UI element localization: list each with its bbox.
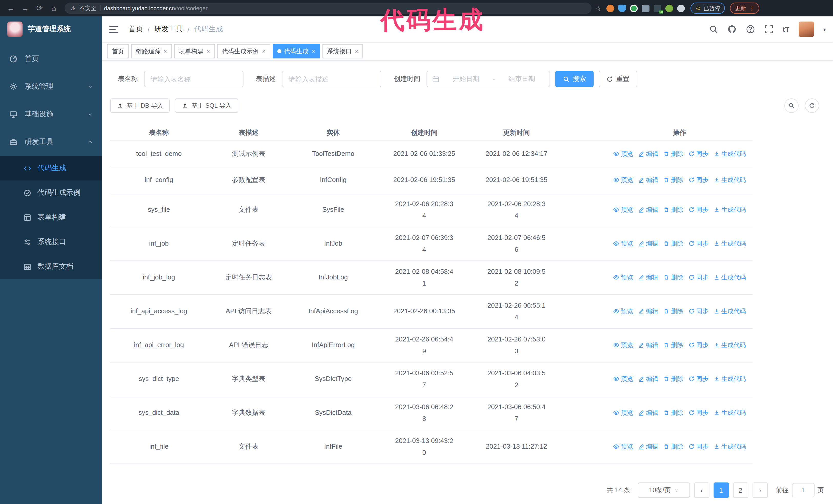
preview-link[interactable]: 预览 (613, 306, 633, 317)
generate-code-link[interactable]: 生成代码 (714, 272, 746, 283)
delete-link[interactable]: 删除 (663, 306, 683, 317)
sidebar-item-db-docs[interactable]: 数据库文档 (0, 254, 102, 279)
edit-link[interactable]: 编辑 (638, 175, 658, 185)
generate-code-link[interactable]: 生成代码 (714, 306, 746, 317)
sync-link[interactable]: 同步 (688, 306, 709, 317)
preview-link[interactable]: 预览 (613, 272, 633, 283)
delete-link[interactable]: 删除 (663, 239, 683, 249)
extensions-puzzle-icon[interactable] (677, 4, 685, 12)
sidebar-item-infrastructure[interactable]: 基础设施 (0, 100, 102, 128)
delete-link[interactable]: 删除 (663, 340, 683, 351)
browser-home-icon[interactable]: ⌂ (47, 0, 61, 17)
preview-link[interactable]: 预览 (613, 374, 633, 385)
edit-link[interactable]: 编辑 (638, 149, 658, 159)
edit-link[interactable]: 编辑 (638, 239, 658, 249)
preview-link[interactable]: 预览 (613, 205, 633, 215)
generate-code-link[interactable]: 生成代码 (714, 442, 746, 452)
extension-icon[interactable] (606, 4, 614, 12)
preview-link[interactable]: 预览 (613, 175, 633, 185)
delete-link[interactable]: 删除 (663, 408, 683, 418)
sidebar-item-home[interactable]: 首页 (0, 45, 102, 73)
tab-home[interactable]: 首页× (107, 44, 129, 58)
generate-code-link[interactable]: 生成代码 (714, 374, 746, 385)
sidebar-item-dev-tools[interactable]: 研发工具 (0, 128, 102, 156)
edit-link[interactable]: 编辑 (638, 340, 658, 351)
preview-link[interactable]: 预览 (613, 408, 633, 418)
font-size-icon[interactable]: tT (783, 25, 789, 33)
edit-link[interactable]: 编辑 (638, 408, 658, 418)
browser-menu-icon[interactable]: ⋮ (749, 5, 755, 11)
close-icon[interactable]: × (262, 48, 265, 55)
preview-link[interactable]: 预览 (613, 340, 633, 351)
sidebar-item-codegen-example[interactable]: 代码生成示例 (0, 181, 102, 205)
prev-page-button[interactable]: ‹ (694, 482, 709, 498)
import-sql-button[interactable]: 基于 SQL 导入 (175, 98, 238, 113)
address-bar[interactable]: ⚠ 不安全 dashboard.yudao.iocoder.cn/tool/co… (65, 3, 592, 14)
tab-form-builder[interactable]: 表单构建× (174, 44, 215, 58)
preview-link[interactable]: 预览 (613, 239, 633, 249)
sync-link[interactable]: 同步 (688, 205, 709, 215)
search-icon[interactable] (709, 25, 718, 34)
extension-icon[interactable] (630, 4, 638, 12)
user-avatar[interactable] (799, 22, 814, 37)
extension-icon[interactable]: on (653, 4, 661, 12)
next-page-button[interactable]: › (752, 482, 768, 498)
generate-code-link[interactable]: 生成代码 (714, 408, 746, 418)
generate-code-link[interactable]: 生成代码 (714, 205, 746, 215)
close-icon[interactable]: × (164, 48, 167, 55)
delete-link[interactable]: 删除 (663, 374, 683, 385)
tab-system-api[interactable]: 系统接口× (323, 44, 363, 58)
preview-link[interactable]: 预览 (613, 149, 633, 159)
edit-link[interactable]: 编辑 (638, 306, 658, 317)
tab-tracing[interactable]: 链路追踪× (131, 44, 172, 58)
sidebar-item-system[interactable]: 系统管理 (0, 73, 102, 100)
generate-code-link[interactable]: 生成代码 (714, 340, 746, 351)
close-icon[interactable]: × (355, 48, 358, 55)
generate-code-link[interactable]: 生成代码 (714, 149, 746, 159)
table-name-input[interactable] (144, 71, 243, 87)
table-desc-input[interactable] (282, 71, 381, 87)
generate-code-link[interactable]: 生成代码 (714, 239, 746, 249)
delete-link[interactable]: 删除 (663, 175, 683, 185)
sync-link[interactable]: 同步 (688, 149, 709, 159)
fullscreen-icon[interactable] (764, 25, 774, 34)
edit-link[interactable]: 编辑 (638, 442, 658, 452)
help-icon[interactable] (746, 25, 755, 34)
close-icon[interactable]: × (312, 48, 315, 55)
reset-button[interactable]: 重置 (599, 71, 637, 87)
sync-link[interactable]: 同步 (688, 408, 709, 418)
breadcrumb-home[interactable]: 首页 (129, 25, 143, 34)
close-icon[interactable]: × (207, 48, 210, 55)
sidebar-item-system-api[interactable]: 系统接口 (0, 230, 102, 254)
sidebar-toggle-icon[interactable] (109, 26, 118, 33)
goto-page-input[interactable] (792, 483, 814, 497)
bookmark-star-icon[interactable]: ☆ (593, 4, 604, 12)
extension-icon[interactable] (642, 4, 649, 12)
page-size-select[interactable]: 10条/页 ∨ (638, 482, 690, 498)
preview-link[interactable]: 预览 (613, 442, 633, 452)
sync-link[interactable]: 同步 (688, 239, 709, 249)
sidebar-item-form-builder[interactable]: 表单构建 (0, 205, 102, 230)
date-range-picker[interactable]: 开始日期 - 结束日期 (427, 71, 550, 87)
user-menu-caret-icon[interactable]: ▾ (823, 26, 826, 32)
edit-link[interactable]: 编辑 (638, 374, 658, 385)
breadcrumb-dev-tools[interactable]: 研发工具 (154, 25, 183, 34)
sync-link[interactable]: 同步 (688, 442, 709, 452)
browser-update-button[interactable]: 更新 ⋮ (730, 3, 759, 14)
refresh-table-button[interactable] (805, 98, 819, 113)
sidebar-item-codegen[interactable]: 代码生成 (0, 156, 102, 181)
extension-icon[interactable] (618, 4, 626, 12)
tab-codegen-example[interactable]: 代码生成示例× (217, 44, 270, 58)
extension-icon[interactable] (665, 4, 673, 12)
browser-reload-icon[interactable]: ⟳ (33, 0, 46, 17)
browser-back-icon[interactable]: ← (4, 0, 18, 17)
sync-link[interactable]: 同步 (688, 374, 709, 385)
generate-code-link[interactable]: 生成代码 (714, 175, 746, 185)
page-button-1[interactable]: 1 (713, 482, 729, 498)
sync-link[interactable]: 同步 (688, 272, 709, 283)
delete-link[interactable]: 删除 (663, 205, 683, 215)
github-icon[interactable] (728, 25, 737, 34)
import-db-button[interactable]: 基于 DB 导入 (110, 98, 170, 113)
search-button[interactable]: 搜索 (555, 71, 594, 87)
page-button-2[interactable]: 2 (733, 482, 748, 498)
